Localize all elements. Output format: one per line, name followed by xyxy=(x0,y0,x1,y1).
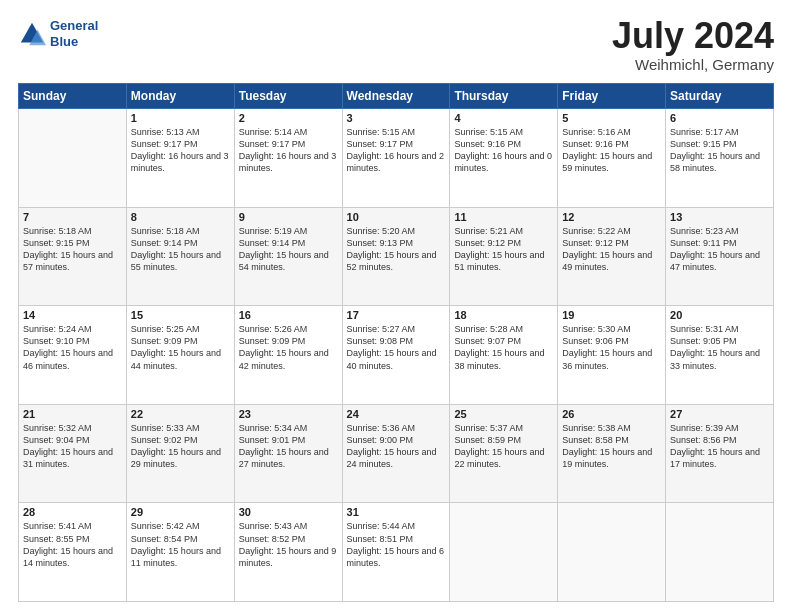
calendar-day-cell: 10Sunrise: 5:20 AMSunset: 9:13 PMDayligh… xyxy=(342,207,450,306)
logo: General Blue xyxy=(18,18,98,49)
day-info: Sunrise: 5:18 AMSunset: 9:15 PMDaylight:… xyxy=(23,225,122,274)
calendar-day-cell: 12Sunrise: 5:22 AMSunset: 9:12 PMDayligh… xyxy=(558,207,666,306)
day-info: Sunrise: 5:36 AMSunset: 9:00 PMDaylight:… xyxy=(347,422,446,471)
logo-text: General Blue xyxy=(50,18,98,49)
calendar-day-cell: 6Sunrise: 5:17 AMSunset: 9:15 PMDaylight… xyxy=(666,109,774,208)
day-number: 20 xyxy=(670,309,769,321)
calendar-day-cell: 19Sunrise: 5:30 AMSunset: 9:06 PMDayligh… xyxy=(558,306,666,405)
weekday-header: Wednesday xyxy=(342,84,450,109)
day-info: Sunrise: 5:27 AMSunset: 9:08 PMDaylight:… xyxy=(347,323,446,372)
calendar-week-row: 28Sunrise: 5:41 AMSunset: 8:55 PMDayligh… xyxy=(19,503,774,602)
day-info: Sunrise: 5:42 AMSunset: 8:54 PMDaylight:… xyxy=(131,520,230,569)
calendar-day-cell: 11Sunrise: 5:21 AMSunset: 9:12 PMDayligh… xyxy=(450,207,558,306)
day-number: 9 xyxy=(239,211,338,223)
day-number: 16 xyxy=(239,309,338,321)
day-info: Sunrise: 5:15 AMSunset: 9:16 PMDaylight:… xyxy=(454,126,553,175)
weekday-header: Sunday xyxy=(19,84,127,109)
calendar-header-row: SundayMondayTuesdayWednesdayThursdayFrid… xyxy=(19,84,774,109)
day-info: Sunrise: 5:30 AMSunset: 9:06 PMDaylight:… xyxy=(562,323,661,372)
day-number: 8 xyxy=(131,211,230,223)
day-number: 22 xyxy=(131,408,230,420)
day-info: Sunrise: 5:25 AMSunset: 9:09 PMDaylight:… xyxy=(131,323,230,372)
calendar-table: SundayMondayTuesdayWednesdayThursdayFrid… xyxy=(18,83,774,602)
day-info: Sunrise: 5:20 AMSunset: 9:13 PMDaylight:… xyxy=(347,225,446,274)
calendar-day-cell: 21Sunrise: 5:32 AMSunset: 9:04 PMDayligh… xyxy=(19,404,127,503)
calendar-day-cell: 16Sunrise: 5:26 AMSunset: 9:09 PMDayligh… xyxy=(234,306,342,405)
day-info: Sunrise: 5:44 AMSunset: 8:51 PMDaylight:… xyxy=(347,520,446,569)
day-number: 11 xyxy=(454,211,553,223)
day-info: Sunrise: 5:31 AMSunset: 9:05 PMDaylight:… xyxy=(670,323,769,372)
title-month: July 2024 xyxy=(612,18,774,54)
day-info: Sunrise: 5:32 AMSunset: 9:04 PMDaylight:… xyxy=(23,422,122,471)
calendar-day-cell: 13Sunrise: 5:23 AMSunset: 9:11 PMDayligh… xyxy=(666,207,774,306)
day-info: Sunrise: 5:26 AMSunset: 9:09 PMDaylight:… xyxy=(239,323,338,372)
day-number: 23 xyxy=(239,408,338,420)
weekday-header: Monday xyxy=(126,84,234,109)
day-info: Sunrise: 5:34 AMSunset: 9:01 PMDaylight:… xyxy=(239,422,338,471)
day-number: 12 xyxy=(562,211,661,223)
logo-line1: General xyxy=(50,18,98,34)
header: General Blue July 2024 Weihmichl, German… xyxy=(18,18,774,73)
day-number: 4 xyxy=(454,112,553,124)
day-number: 31 xyxy=(347,506,446,518)
calendar-day-cell xyxy=(666,503,774,602)
day-number: 13 xyxy=(670,211,769,223)
calendar-day-cell: 30Sunrise: 5:43 AMSunset: 8:52 PMDayligh… xyxy=(234,503,342,602)
day-number: 14 xyxy=(23,309,122,321)
day-number: 21 xyxy=(23,408,122,420)
logo-icon xyxy=(18,20,46,48)
title-location: Weihmichl, Germany xyxy=(612,56,774,73)
day-number: 19 xyxy=(562,309,661,321)
weekday-header: Tuesday xyxy=(234,84,342,109)
calendar-day-cell xyxy=(558,503,666,602)
calendar-day-cell: 18Sunrise: 5:28 AMSunset: 9:07 PMDayligh… xyxy=(450,306,558,405)
calendar-week-row: 1Sunrise: 5:13 AMSunset: 9:17 PMDaylight… xyxy=(19,109,774,208)
day-info: Sunrise: 5:43 AMSunset: 8:52 PMDaylight:… xyxy=(239,520,338,569)
day-number: 17 xyxy=(347,309,446,321)
calendar-day-cell: 31Sunrise: 5:44 AMSunset: 8:51 PMDayligh… xyxy=(342,503,450,602)
day-number: 5 xyxy=(562,112,661,124)
calendar-day-cell: 4Sunrise: 5:15 AMSunset: 9:16 PMDaylight… xyxy=(450,109,558,208)
calendar-day-cell: 25Sunrise: 5:37 AMSunset: 8:59 PMDayligh… xyxy=(450,404,558,503)
day-info: Sunrise: 5:33 AMSunset: 9:02 PMDaylight:… xyxy=(131,422,230,471)
day-info: Sunrise: 5:15 AMSunset: 9:17 PMDaylight:… xyxy=(347,126,446,175)
day-number: 26 xyxy=(562,408,661,420)
weekday-header: Saturday xyxy=(666,84,774,109)
day-number: 18 xyxy=(454,309,553,321)
calendar-week-row: 21Sunrise: 5:32 AMSunset: 9:04 PMDayligh… xyxy=(19,404,774,503)
weekday-header: Friday xyxy=(558,84,666,109)
calendar-day-cell: 22Sunrise: 5:33 AMSunset: 9:02 PMDayligh… xyxy=(126,404,234,503)
day-number: 24 xyxy=(347,408,446,420)
day-info: Sunrise: 5:37 AMSunset: 8:59 PMDaylight:… xyxy=(454,422,553,471)
day-info: Sunrise: 5:14 AMSunset: 9:17 PMDaylight:… xyxy=(239,126,338,175)
day-number: 29 xyxy=(131,506,230,518)
calendar-day-cell: 9Sunrise: 5:19 AMSunset: 9:14 PMDaylight… xyxy=(234,207,342,306)
page: General Blue July 2024 Weihmichl, German… xyxy=(0,0,792,612)
day-info: Sunrise: 5:39 AMSunset: 8:56 PMDaylight:… xyxy=(670,422,769,471)
calendar-day-cell: 27Sunrise: 5:39 AMSunset: 8:56 PMDayligh… xyxy=(666,404,774,503)
day-number: 1 xyxy=(131,112,230,124)
calendar-day-cell: 28Sunrise: 5:41 AMSunset: 8:55 PMDayligh… xyxy=(19,503,127,602)
day-number: 30 xyxy=(239,506,338,518)
day-info: Sunrise: 5:16 AMSunset: 9:16 PMDaylight:… xyxy=(562,126,661,175)
calendar-day-cell: 14Sunrise: 5:24 AMSunset: 9:10 PMDayligh… xyxy=(19,306,127,405)
day-info: Sunrise: 5:28 AMSunset: 9:07 PMDaylight:… xyxy=(454,323,553,372)
calendar-week-row: 7Sunrise: 5:18 AMSunset: 9:15 PMDaylight… xyxy=(19,207,774,306)
day-number: 25 xyxy=(454,408,553,420)
calendar-week-row: 14Sunrise: 5:24 AMSunset: 9:10 PMDayligh… xyxy=(19,306,774,405)
calendar-day-cell xyxy=(450,503,558,602)
day-info: Sunrise: 5:18 AMSunset: 9:14 PMDaylight:… xyxy=(131,225,230,274)
calendar-day-cell: 1Sunrise: 5:13 AMSunset: 9:17 PMDaylight… xyxy=(126,109,234,208)
day-info: Sunrise: 5:41 AMSunset: 8:55 PMDaylight:… xyxy=(23,520,122,569)
calendar-day-cell: 5Sunrise: 5:16 AMSunset: 9:16 PMDaylight… xyxy=(558,109,666,208)
calendar-day-cell: 23Sunrise: 5:34 AMSunset: 9:01 PMDayligh… xyxy=(234,404,342,503)
day-info: Sunrise: 5:17 AMSunset: 9:15 PMDaylight:… xyxy=(670,126,769,175)
calendar-day-cell: 7Sunrise: 5:18 AMSunset: 9:15 PMDaylight… xyxy=(19,207,127,306)
day-number: 27 xyxy=(670,408,769,420)
day-number: 6 xyxy=(670,112,769,124)
calendar-day-cell: 26Sunrise: 5:38 AMSunset: 8:58 PMDayligh… xyxy=(558,404,666,503)
day-info: Sunrise: 5:22 AMSunset: 9:12 PMDaylight:… xyxy=(562,225,661,274)
calendar-day-cell: 8Sunrise: 5:18 AMSunset: 9:14 PMDaylight… xyxy=(126,207,234,306)
calendar-day-cell: 20Sunrise: 5:31 AMSunset: 9:05 PMDayligh… xyxy=(666,306,774,405)
day-number: 28 xyxy=(23,506,122,518)
